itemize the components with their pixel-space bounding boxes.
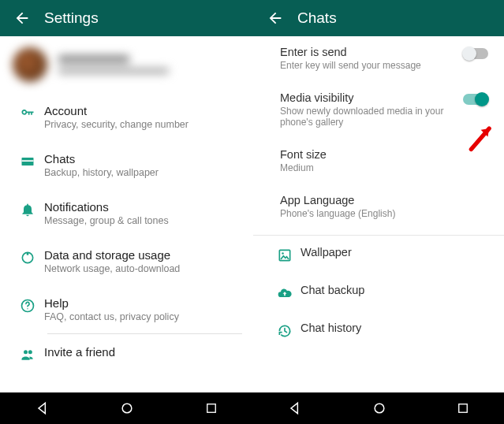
settings-item-help[interactable]: Help FAQ, contact us, privacy policy	[0, 285, 253, 333]
nav-home[interactable]	[119, 400, 135, 416]
setting-media-visibility[interactable]: Media visibility Show newly downloaded m…	[253, 82, 504, 139]
item-sub: Message, group & call tones	[44, 215, 242, 226]
data-usage-icon	[20, 250, 35, 266]
page-title: Settings	[44, 9, 99, 27]
item-title: Chats	[44, 152, 242, 166]
svg-point-5	[24, 350, 28, 354]
key-icon	[20, 106, 35, 121]
avatar	[13, 47, 47, 82]
settings-item-data[interactable]: Data and storage usage Network usage, au…	[0, 237, 253, 285]
toggle-media-visibility[interactable]	[463, 94, 488, 105]
svg-point-7	[123, 404, 133, 413]
back-button[interactable]	[259, 2, 291, 34]
chats-settings-content: Enter is send Enter key will send your m…	[253, 36, 504, 392]
appbar: Chats	[253, 0, 504, 36]
svg-point-11	[375, 404, 384, 413]
history-icon	[277, 323, 293, 339]
settings-item-chats[interactable]: Chats Backup, history, wallpaper	[0, 141, 253, 189]
android-navbar	[0, 392, 253, 424]
item-sub: Phone's language (English)	[280, 208, 446, 219]
back-button[interactable]	[6, 2, 38, 34]
setting-app-language[interactable]: App Language Phone's language (English)	[253, 184, 504, 230]
wallpaper-icon	[277, 247, 293, 263]
chats-link-backup[interactable]: Chat backup	[253, 273, 504, 311]
item-title: Data and storage usage	[44, 248, 242, 262]
chat-icon	[20, 154, 35, 169]
nav-home[interactable]	[371, 400, 387, 416]
setting-enter-is-send[interactable]: Enter is send Enter key will send your m…	[253, 36, 504, 82]
help-icon	[20, 298, 35, 314]
item-title: Invite a friend	[44, 345, 242, 359]
svg-point-10	[282, 252, 284, 255]
item-title: App Language	[280, 194, 488, 206]
item-title: Media visibility	[280, 91, 458, 104]
item-sub: Network usage, auto-download	[44, 263, 242, 274]
item-title: Chat history	[301, 322, 493, 334]
item-sub: Show newly downloaded media in your phon…	[280, 106, 446, 128]
nav-recent[interactable]	[204, 401, 218, 415]
svg-rect-8	[207, 404, 216, 413]
setting-font-size[interactable]: Font size Medium	[253, 139, 504, 184]
item-title: Account	[44, 104, 242, 117]
settings-item-account[interactable]: Account Privacy, security, change number	[0, 93, 253, 141]
settings-content: Account Privacy, security, change number…	[0, 36, 253, 392]
chats-link-wallpaper[interactable]: Wallpaper	[253, 236, 504, 273]
item-title: Help	[44, 296, 242, 310]
nav-recent[interactable]	[456, 401, 470, 415]
settings-item-invite[interactable]: Invite a friend	[0, 334, 253, 374]
item-sub: Medium	[280, 162, 446, 173]
item-title: Chat backup	[301, 284, 493, 296]
item-title: Font size	[280, 148, 488, 161]
android-navbar	[253, 392, 504, 424]
bell-icon	[20, 202, 35, 218]
item-sub: Privacy, security, change number	[44, 119, 242, 130]
item-title: Enter is send	[280, 46, 458, 58]
svg-point-6	[28, 350, 32, 354]
chats-link-history[interactable]: Chat history	[253, 311, 504, 349]
profile-text	[58, 55, 169, 74]
arrow-back-icon	[267, 9, 284, 27]
cloud-upload-icon	[277, 285, 293, 301]
profile-row[interactable]	[0, 36, 253, 93]
item-sub: Backup, history, wallpaper	[44, 167, 242, 178]
page-title: Chats	[297, 9, 337, 27]
settings-item-notifications[interactable]: Notifications Message, group & call tone…	[0, 189, 253, 237]
appbar: Settings	[0, 0, 253, 36]
item-sub: Enter key will send your message	[280, 60, 446, 71]
svg-rect-1	[22, 160, 34, 162]
arrow-back-icon	[13, 9, 31, 27]
toggle-enter-is-send[interactable]	[463, 48, 488, 59]
item-sub: FAQ, contact us, privacy policy	[44, 311, 242, 322]
item-title: Wallpaper	[301, 246, 493, 258]
nav-back[interactable]	[35, 400, 50, 416]
svg-point-4	[27, 308, 28, 309]
people-icon	[20, 347, 35, 363]
item-title: Notifications	[44, 200, 242, 214]
nav-back[interactable]	[287, 400, 303, 416]
svg-rect-12	[458, 404, 467, 413]
